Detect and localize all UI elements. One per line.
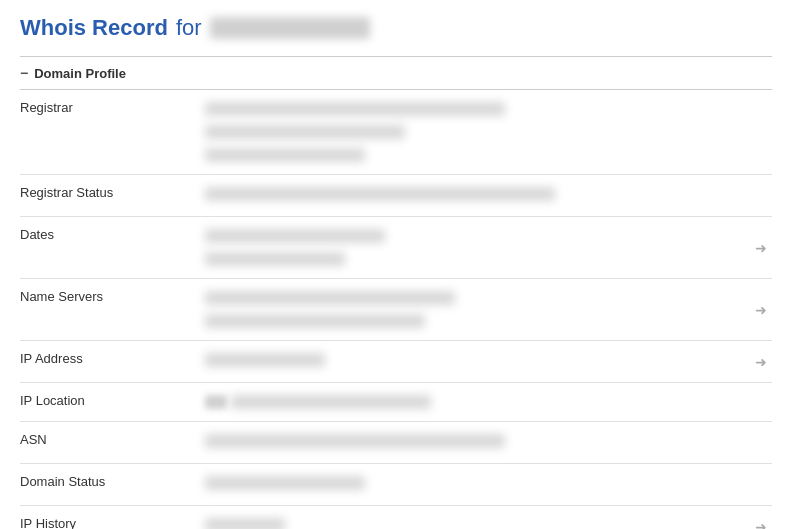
domain-name-blurred [210,17,370,39]
row-label-ip-history: IP History [20,506,195,530]
row-value-registrar-status [195,175,742,217]
flag-icon [205,395,227,409]
section-label: Domain Profile [34,66,126,81]
row-action-registrar [742,90,772,175]
row-label-name-servers: Name Servers [20,279,195,341]
row-label-dates: Dates [20,217,195,279]
row-label-registrar-status: Registrar Status [20,175,195,217]
row-value-asn [195,422,742,464]
table-row: Dates ➜ [20,217,772,279]
table-row: IP Address ➜ [20,341,772,383]
table-row: Registrar [20,90,772,175]
arrow-icon: ➜ [755,354,767,370]
table-row: ASN [20,422,772,464]
title-text: Whois Record [20,15,168,41]
row-value-ip-history [195,506,742,530]
row-action-domain-status [742,464,772,506]
row-action-dates[interactable]: ➜ [742,217,772,279]
section-header[interactable]: − Domain Profile [20,56,772,90]
arrow-icon: ➜ [755,302,767,318]
row-action-ip-history[interactable]: ➜ [742,506,772,530]
collapse-icon[interactable]: − [20,65,28,81]
page-container: Whois Record for − Domain Profile Regist… [0,0,792,529]
row-value-dates [195,217,742,279]
row-label-registrar: Registrar [20,90,195,175]
row-value-name-servers [195,279,742,341]
row-value-ip-location [195,383,742,422]
for-text: for [176,15,202,41]
row-action-asn [742,422,772,464]
row-action-registrar-status [742,175,772,217]
arrow-icon: ➜ [755,519,767,530]
row-label-domain-status: Domain Status [20,464,195,506]
row-value-domain-status [195,464,742,506]
row-action-ip-address[interactable]: ➜ [742,341,772,383]
row-action-name-servers[interactable]: ➜ [742,279,772,341]
row-action-ip-location [742,383,772,422]
row-label-asn: ASN [20,422,195,464]
table-row: IP Location [20,383,772,422]
row-value-ip-address [195,341,742,383]
table-row: Domain Status [20,464,772,506]
table-row: Registrar Status [20,175,772,217]
table-row: IP History ➜ [20,506,772,530]
row-label-ip-location: IP Location [20,383,195,422]
table-row: Name Servers ➜ [20,279,772,341]
row-label-ip-address: IP Address [20,341,195,383]
row-value-registrar [195,90,742,175]
arrow-icon: ➜ [755,240,767,256]
page-title: Whois Record for [20,15,772,41]
whois-table: Registrar Registrar Status [20,90,772,529]
